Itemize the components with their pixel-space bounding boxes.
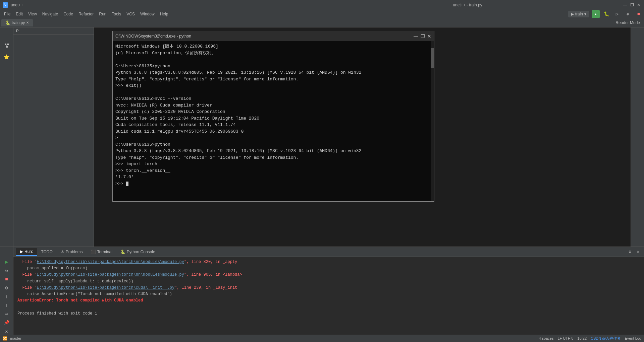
run-side-up-button[interactable]: ↑	[3, 293, 11, 300]
git-branch: master	[10, 336, 21, 340]
bottom-content[interactable]: File "E:\1Study\python\lib\site-packages…	[13, 257, 644, 335]
cmd-maximize-button[interactable]: ❐	[421, 34, 425, 38]
cmd-line-1: Microsoft Windows [版本 10.0.22000.1696]	[115, 43, 431, 50]
normal-line-1: param_applied = fn(param)	[17, 265, 640, 272]
cmd-line-5: Python 3.8.8 (tags/v3.8.8:024d805, Feb 1…	[115, 69, 431, 76]
git-icon: 🔀	[3, 336, 7, 341]
cmd-content[interactable]: Microsoft Windows [版本 10.0.22000.1696] (…	[113, 41, 434, 201]
reader-mode-button[interactable]: Reader Mode	[613, 19, 643, 26]
cmd-scrollbar-thumb[interactable]	[431, 48, 434, 68]
cmd-line-11: Copyright (c) 2005-2020 NVIDIA Corporati…	[115, 109, 431, 115]
normal-line-3: raise AssertionError("Torch not compiled…	[17, 291, 640, 297]
error-link-2[interactable]: E:\1Study\python\lib\site-packages\torch…	[37, 272, 184, 277]
svg-rect-2	[4, 35, 9, 35]
minimize-button[interactable]: —	[623, 3, 628, 7]
svg-rect-0	[4, 33, 9, 33]
maximize-button[interactable]: ❐	[629, 3, 635, 7]
cmd-line-12: Built on Tue_Sep_15_19:12:04_Pacific_Day…	[115, 115, 431, 122]
debug-button[interactable]: 🐛	[602, 10, 610, 18]
bottom-toolbar-right: ⚙ ✕	[627, 249, 641, 255]
titlebar-left: U unet++	[3, 2, 313, 8]
bottom-close-icon[interactable]: ✕	[635, 249, 641, 255]
menu-code[interactable]: Code	[61, 11, 76, 17]
bottom-tab-python-console[interactable]: 🐍 Python Console	[116, 248, 159, 256]
run-side-wrap-button[interactable]: ⇌	[3, 311, 11, 317]
cmd-window[interactable]: C:\WINDOWS\system32\cmd.exe - python — ❐…	[112, 31, 434, 202]
cmd-line-18: Type "help", "copyright", "credits" or "…	[115, 154, 431, 161]
run-config-chevron: ▾	[584, 12, 586, 16]
bottom-tab-problems[interactable]: ⚠ Problems	[57, 248, 87, 256]
cmd-minimize-button[interactable]: —	[414, 34, 418, 38]
run-side-rerun-button[interactable]: ↻	[3, 267, 11, 274]
menu-refactor[interactable]: Refactor	[76, 11, 96, 17]
sidebar-structure-icon[interactable]	[1, 40, 12, 51]
editor-tabbar: 🐍 train.py ✕ Reader Mode	[0, 18, 644, 27]
cmd-line-13: Cuda compilation tools, release 11.1, V1…	[115, 122, 431, 128]
toolbar-right: ▶ train ▾ ▶ 🐛 ▷ ◈ ■	[568, 10, 643, 18]
cmd-line-10: nvcc: NVIDIA (R) Cuda compiler driver	[115, 102, 431, 109]
cmd-window-title: C:\WINDOWS\system32\cmd.exe - python	[115, 34, 411, 39]
bottom-tabs: ▶ Run: TODO ⚠ Problems ⬛ Terminal 🐍 Pyth…	[13, 247, 644, 257]
profile-button[interactable]: ◈	[624, 10, 632, 18]
status-event-log[interactable]: Event Log	[625, 336, 641, 340]
window-controls: — ❐ ✕	[623, 3, 641, 7]
stop-button[interactable]: ■	[635, 10, 643, 18]
run-side-down-button[interactable]: ↓	[3, 302, 11, 309]
status-bar: 🔀 master 4 spaces LF UTF-8 16:22 CSDN @入…	[0, 335, 644, 342]
bottom-tab-run[interactable]: ▶ Run:	[16, 248, 37, 256]
menu-navigate[interactable]: Navigate	[40, 11, 61, 17]
cmd-line-16: C:\Users\86135>python	[115, 141, 431, 148]
run-tab-icon: ▶	[20, 249, 23, 254]
sidebar-project-icon[interactable]	[1, 29, 12, 40]
bottom-settings-icon[interactable]: ⚙	[627, 249, 633, 255]
run-side-close-bottom-button[interactable]: ✕	[3, 328, 11, 335]
status-right: 4 spaces LF UTF-8 16:22 CSDN @入驻作者 Event…	[539, 336, 641, 341]
cmd-close-button[interactable]: ✕	[427, 34, 431, 38]
app-icon: U	[3, 2, 8, 8]
cmd-line-4: C:\Users\86135>python	[115, 63, 431, 70]
error-link-3[interactable]: E:\1Study\python\lib\site-packages\torch…	[37, 285, 174, 290]
svg-rect-1	[4, 34, 9, 34]
bottom-tab-terminal[interactable]: ⬛ Terminal	[87, 248, 116, 256]
cmd-scrollbar[interactable]	[431, 41, 434, 201]
cmd-line-9: C:\Users\86135>nvcc --version	[115, 95, 431, 102]
sidebar-favorites-icon[interactable]: ⭐	[1, 52, 12, 62]
editor-tab-train[interactable]: 🐍 train.py ✕	[1, 19, 33, 26]
menu-tools[interactable]: Tools	[109, 11, 124, 17]
run-side-run-button[interactable]: ▶	[3, 259, 11, 265]
run-side-settings-button[interactable]: ⚙	[3, 285, 11, 291]
cmd-line-7: >>> exit()	[115, 82, 431, 89]
menu-bar: File Edit View Navigate Code Refactor Ru…	[0, 10, 644, 18]
bottom-tab-todo[interactable]: TODO	[37, 248, 56, 256]
menu-help[interactable]: Help	[157, 11, 171, 17]
run-side-pin-button[interactable]: 📌	[3, 319, 11, 326]
process-finished-line: Process finished with exit code 1	[17, 311, 640, 317]
status-csdn[interactable]: CSDN @入驻作者	[591, 336, 621, 341]
run-side-stop-button[interactable]: ■	[3, 276, 11, 283]
error-line-3: File "E:\1Study\python\lib\site-packages…	[17, 285, 640, 291]
menu-edit[interactable]: Edit	[13, 11, 25, 17]
terminal-tab-icon: ⬛	[91, 250, 96, 254]
error-link-1[interactable]: E:\1Study\python\lib\site-packages\torch…	[37, 260, 184, 264]
cmd-titlebar: C:\WINDOWS\system32\cmd.exe - python — ❐…	[113, 31, 434, 41]
menu-run[interactable]: Run	[96, 11, 109, 17]
cmd-line-22: >>>	[115, 181, 431, 187]
window-title: unet++ - train.py	[313, 3, 623, 7]
cmd-line-6: Type "help", "copyright", "credits" or "…	[115, 76, 431, 83]
terminal-tab-label: Terminal	[97, 250, 112, 254]
run-side-toolbar: ▶ ↻ ■ ⚙ ↑ ↓ ⇌ 📌 ✕	[0, 247, 13, 335]
menu-file[interactable]: File	[1, 11, 13, 17]
status-encoding: LF UTF-8	[557, 336, 573, 340]
blank-line	[17, 304, 640, 310]
tab-close-icon[interactable]: ✕	[26, 21, 29, 24]
menu-view[interactable]: View	[25, 11, 40, 17]
run-config-selector[interactable]: ▶ train ▾	[568, 11, 589, 17]
cmd-cursor	[126, 182, 128, 186]
close-button[interactable]: ✕	[636, 3, 641, 7]
coverage-button[interactable]: ▷	[613, 10, 621, 18]
menu-window[interactable]: Window	[138, 11, 157, 17]
tab-filename: train.py	[12, 20, 25, 25]
bottom-panel: ▶ ↻ ■ ⚙ ↑ ↓ ⇌ 📌 ✕ ▶ Run: TODO ⚠ Problems…	[0, 247, 644, 335]
menu-vcs[interactable]: VCS	[124, 11, 138, 17]
run-button[interactable]: ▶	[592, 10, 600, 18]
